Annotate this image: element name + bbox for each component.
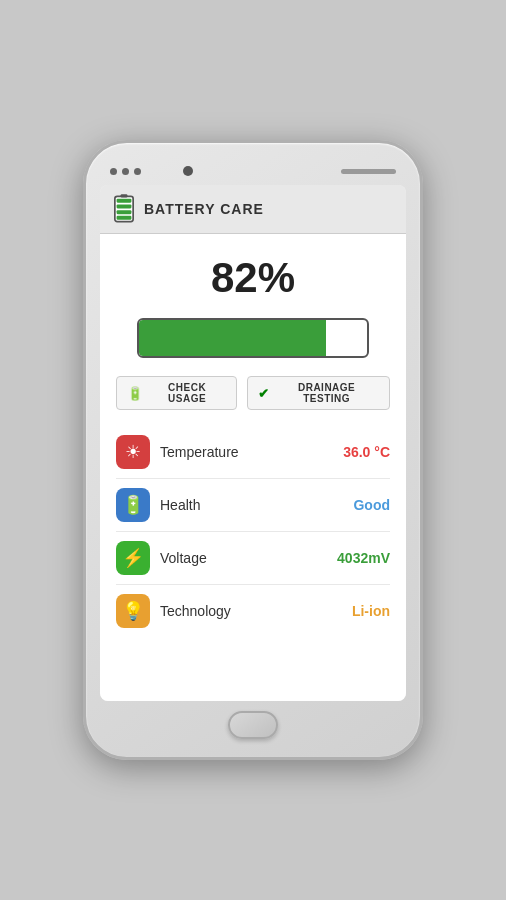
phone-frame: BATTERY CARE 82% 🔋 CHECK USAGE ✔ DRAINAG… — [83, 140, 423, 760]
stat-row-health: 🔋 Health Good — [116, 479, 390, 532]
phone-dot-2 — [122, 168, 129, 175]
phone-top-bar — [100, 157, 406, 185]
app-content: 82% 🔋 CHECK USAGE ✔ DRAINAGE TESTING — [100, 234, 406, 701]
stats-table: ☀ Temperature 36.0 °C 🔋 Health Good — [116, 426, 390, 637]
app-title: BATTERY CARE — [144, 201, 264, 217]
battery-header-icon — [112, 193, 136, 225]
drainage-testing-icon: ✔ — [258, 386, 270, 401]
stat-row-temperature: ☀ Temperature 36.0 °C — [116, 426, 390, 479]
check-usage-icon: 🔋 — [127, 386, 144, 401]
phone-screen: BATTERY CARE 82% 🔋 CHECK USAGE ✔ DRAINAG… — [100, 185, 406, 701]
svg-rect-4 — [117, 204, 132, 208]
technology-label: Technology — [160, 603, 342, 619]
stat-row-voltage: ⚡ Voltage 4032mV — [116, 532, 390, 585]
phone-dot-1 — [110, 168, 117, 175]
voltage-label: Voltage — [160, 550, 327, 566]
technology-icon: 💡 — [122, 600, 144, 622]
stat-row-technology: 💡 Technology Li-ion — [116, 585, 390, 637]
app-header: BATTERY CARE — [100, 185, 406, 234]
health-icon: 🔋 — [122, 494, 144, 516]
voltage-icon-box: ⚡ — [116, 541, 150, 575]
home-button[interactable] — [228, 711, 278, 739]
svg-rect-5 — [117, 199, 132, 203]
temperature-icon: ☀ — [125, 441, 141, 463]
health-value: Good — [353, 497, 390, 513]
voltage-value: 4032mV — [337, 550, 390, 566]
phone-speaker — [341, 169, 396, 174]
temperature-icon-box: ☀ — [116, 435, 150, 469]
battery-percentage: 82% — [211, 254, 295, 302]
drainage-testing-label: DRAINAGE TESTING — [274, 382, 379, 404]
drainage-testing-button[interactable]: ✔ DRAINAGE TESTING — [247, 376, 390, 410]
temperature-value: 36.0 °C — [343, 444, 390, 460]
svg-rect-3 — [117, 210, 132, 214]
buttons-row: 🔋 CHECK USAGE ✔ DRAINAGE TESTING — [116, 376, 390, 410]
phone-bottom — [228, 711, 278, 739]
health-icon-box: 🔋 — [116, 488, 150, 522]
voltage-icon: ⚡ — [122, 547, 144, 569]
health-label: Health — [160, 497, 343, 513]
check-usage-label: CHECK USAGE — [149, 382, 226, 404]
temperature-label: Temperature — [160, 444, 333, 460]
phone-dot-3 — [134, 168, 141, 175]
battery-bar — [137, 318, 370, 358]
check-usage-button[interactable]: 🔋 CHECK USAGE — [116, 376, 237, 410]
technology-value: Li-ion — [352, 603, 390, 619]
phone-camera — [183, 166, 193, 176]
svg-rect-2 — [117, 216, 132, 220]
svg-rect-1 — [121, 194, 128, 197]
technology-icon-box: 💡 — [116, 594, 150, 628]
battery-bar-fill — [139, 320, 327, 356]
